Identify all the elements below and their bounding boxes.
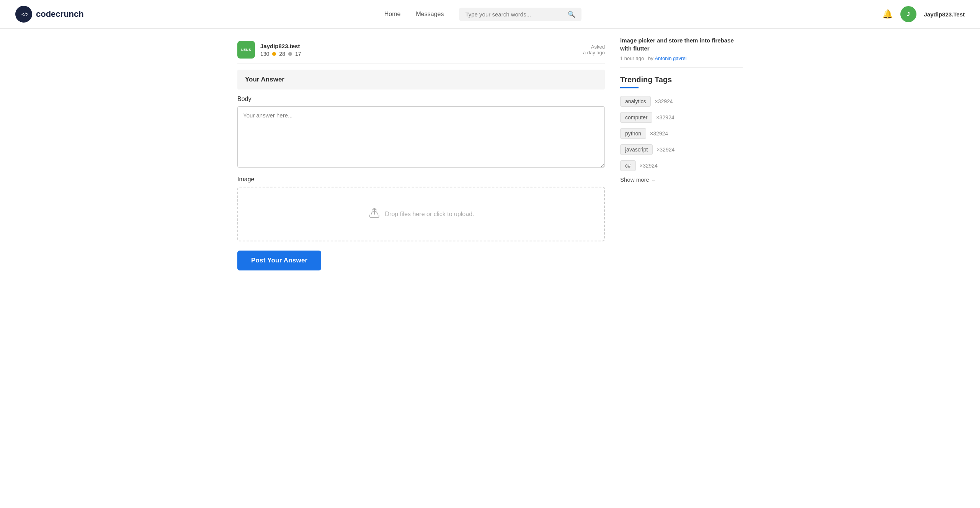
- silver-dot: [288, 52, 292, 56]
- tag-row: python×32924: [620, 128, 743, 139]
- logo-icon: </>: [15, 6, 32, 23]
- tag-count: ×32924: [655, 98, 673, 104]
- tags-list: analytics×32924computer×32924python×3292…: [620, 96, 743, 171]
- asked-meta: Asked a day ago: [583, 44, 605, 55]
- upload-text: Drop files here or click to upload.: [385, 211, 474, 218]
- body-label: Body: [237, 96, 605, 103]
- gold-count: 28: [279, 51, 285, 57]
- search-input[interactable]: [465, 11, 564, 18]
- post-answer-button[interactable]: Post Your Answer: [237, 251, 321, 270]
- trending-underline: [620, 87, 639, 88]
- tag-pill[interactable]: python: [620, 128, 646, 139]
- tag-count: ×32924: [657, 147, 675, 153]
- tag-count: ×32924: [650, 130, 668, 137]
- tag-row: analytics×32924: [620, 96, 743, 107]
- header-right: 🔔 J Jaydip823.Test: [882, 6, 965, 22]
- upload-area[interactable]: Drop files here or click to upload.: [237, 187, 605, 241]
- nav-home[interactable]: Home: [384, 11, 401, 18]
- article-time: 1 hour ago: [620, 55, 644, 61]
- chevron-down-icon: ⌄: [652, 177, 655, 182]
- tag-pill[interactable]: computer: [620, 112, 652, 123]
- notification-icon[interactable]: 🔔: [882, 9, 893, 19]
- answer-textarea[interactable]: [237, 106, 605, 168]
- tag-pill[interactable]: c#: [620, 160, 636, 171]
- answer-section-title: Your Answer: [245, 76, 284, 83]
- article-meta: 1 hour ago . by Antonin gavrel: [620, 55, 743, 61]
- tag-row: javascript×32924: [620, 144, 743, 155]
- asked-time: a day ago: [583, 50, 605, 55]
- tag-pill[interactable]: javascript: [620, 144, 653, 155]
- sidebar-article: image picker and store them into firebas…: [620, 36, 743, 68]
- upload-icon: [368, 207, 381, 221]
- username: Jaydip823.test: [260, 43, 301, 49]
- silver-count: 17: [295, 51, 301, 57]
- svg-text:</>: </>: [21, 11, 28, 17]
- user-meta-left: LENS Jaydip823.test 130 28 17: [237, 41, 301, 59]
- search-bar: 🔍: [459, 8, 581, 21]
- answer-section-header: Your Answer: [237, 70, 605, 90]
- search-button[interactable]: 🔍: [568, 11, 575, 18]
- asked-label: Asked: [583, 44, 605, 50]
- article-author[interactable]: Antonin gavrel: [655, 55, 686, 61]
- article-title: image picker and store them into firebas…: [620, 36, 743, 52]
- nav-messages[interactable]: Messages: [416, 11, 444, 18]
- sidebar: image picker and store them into firebas…: [620, 36, 743, 270]
- image-label: Image: [237, 176, 605, 183]
- main-nav: Home Messages 🔍: [384, 8, 582, 21]
- show-more-label: Show more: [620, 176, 649, 183]
- user-stats: 130 28 17: [260, 51, 301, 57]
- logo[interactable]: </> codecrunch: [15, 6, 84, 23]
- user-meta-row: LENS Jaydip823.test 130 28 17 Asked a da…: [237, 36, 605, 64]
- show-more-button[interactable]: Show more ⌄: [620, 176, 743, 183]
- user-score: 130: [260, 51, 269, 57]
- article-by: by: [648, 55, 653, 61]
- gold-dot: [272, 52, 276, 56]
- tag-row: computer×32924: [620, 112, 743, 123]
- main-layout: LENS Jaydip823.test 130 28 17 Asked a da…: [222, 29, 758, 278]
- tag-row: c#×32924: [620, 160, 743, 171]
- main-content: LENS Jaydip823.test 130 28 17 Asked a da…: [237, 36, 605, 270]
- tag-pill[interactable]: analytics: [620, 96, 651, 107]
- avatar[interactable]: J: [900, 6, 916, 22]
- user-info: Jaydip823.test 130 28 17: [260, 43, 301, 57]
- tag-count: ×32924: [640, 163, 658, 169]
- tag-count: ×32924: [656, 114, 674, 120]
- trending-title: Trending Tags: [620, 75, 743, 84]
- user-avatar-small: LENS: [237, 41, 255, 59]
- trending-tags-section: Trending Tags analytics×32924computer×32…: [620, 75, 743, 183]
- header: </> codecrunch Home Messages 🔍 🔔 J Jaydi…: [0, 0, 980, 29]
- logo-text: codecrunch: [36, 9, 84, 19]
- user-name[interactable]: Jaydip823.Test: [924, 11, 965, 18]
- lens-badge: LENS: [241, 48, 251, 52]
